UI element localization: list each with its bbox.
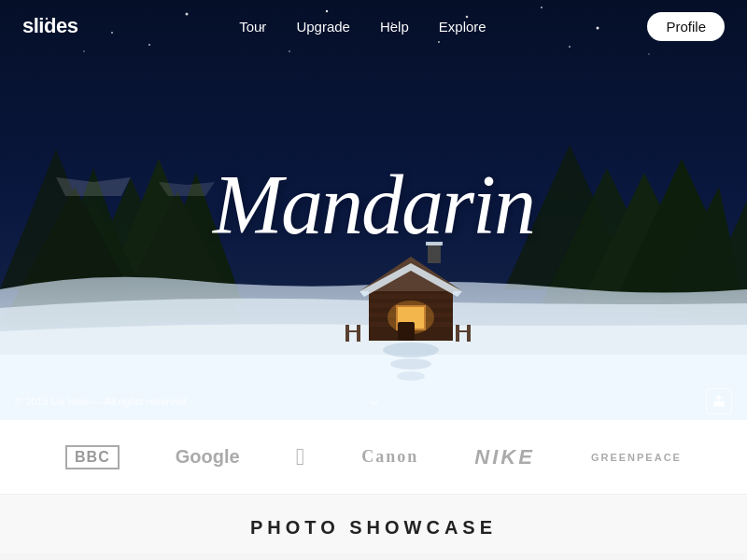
hero-title: Mandarin [213, 157, 534, 253]
logo-apple:  [296, 442, 306, 471]
logo-greenpeace: GREENPEACE [591, 452, 682, 463]
nav-item-help[interactable]: Help [380, 19, 409, 35]
showcase-section: PHOTO SHOWCASE [0, 495, 747, 553]
profile-button[interactable]: Profile [647, 12, 725, 41]
hero-section: Mandarin © 2015 Lia Hulu — All rights re… [0, 0, 747, 420]
logo-bbc: BBC [65, 445, 120, 469]
logo-nike: NIKE [474, 445, 535, 469]
logo-google: Google [176, 446, 240, 468]
logos-section: BBC Google  Canon NIKE GREENPEACE [0, 420, 747, 495]
logo-canon: Canon [361, 447, 418, 467]
main-nav: Tour Upgrade Help Explore [239, 19, 486, 35]
showcase-title: PHOTO SHOWCASE [0, 517, 747, 539]
hero-footer: © 2015 Lia Hulu — All rights reserved. ⌄ [0, 383, 747, 420]
share-icon[interactable] [706, 388, 732, 414]
nav-item-explore[interactable]: Explore [439, 19, 486, 35]
scroll-down-icon[interactable]: ⌄ [362, 388, 385, 411]
header: slides Tour Upgrade Help Explore Profile [0, 0, 747, 52]
nav-item-upgrade[interactable]: Upgrade [296, 19, 350, 35]
nav-item-tour[interactable]: Tour [239, 19, 266, 35]
copyright-text: © 2015 Lia Hulu — All rights reserved. [15, 396, 190, 407]
site-logo[interactable]: slides [22, 14, 78, 38]
